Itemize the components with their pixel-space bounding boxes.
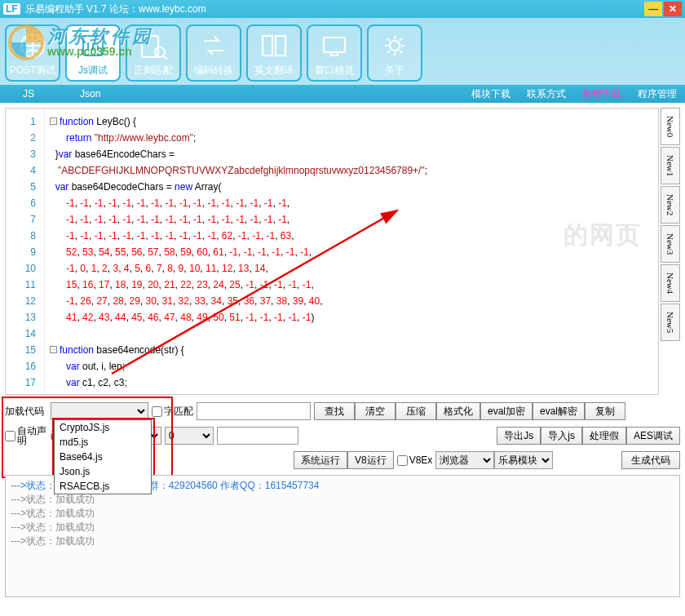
btn-r1-6[interactable]: 复制 [585, 402, 625, 420]
tab-bar: JSJson 模块下载联系方式教程下载程序管理 [0, 85, 685, 103]
btn-r1-4[interactable]: eval加密 [480, 402, 533, 420]
tab-js[interactable]: JS [0, 88, 57, 100]
svg-rect-5 [276, 36, 285, 55]
toolbar: POST测试Js调试正则匹配编码转换英文翻译窗口精灵关于 [0, 18, 685, 85]
load-code-label: 加载代码 [5, 405, 47, 419]
btn-r1-2[interactable]: 压缩 [396, 402, 436, 420]
load-code-dropdown[interactable]: CryptoJS.jsmd5.jsBase64.jsJson.jsRSAECB.… [54, 419, 152, 494]
sidetab-new3[interactable]: New3 [661, 225, 680, 263]
log-line: --->状态：加载成功 [11, 493, 674, 507]
tool-window-sprite[interactable]: 窗口精灵 [307, 24, 362, 82]
tool-js-debug[interactable]: Js调试 [65, 24, 121, 82]
link-1[interactable]: 联系方式 [519, 88, 574, 100]
code-content[interactable]: -function LeyBc() { return "http://www.l… [45, 109, 658, 394]
btn-r3l-1[interactable]: V8运行 [347, 451, 394, 469]
tool-post-test[interactable]: POST测试 [5, 24, 60, 82]
sel-r3-1[interactable]: 乐易模块 [494, 451, 553, 469]
tab-json[interactable]: Json [57, 88, 123, 100]
tool-encode-convert[interactable]: 编码转换 [186, 24, 241, 82]
dropdown-item-1[interactable]: md5.js [55, 435, 151, 450]
close-button[interactable]: ✕ [664, 2, 682, 16]
sidetab-new5[interactable]: New5 [661, 304, 680, 341]
tool-en-translate[interactable]: 英文翻译 [246, 24, 302, 82]
search-input[interactable] [197, 402, 311, 420]
dropdown-item-3[interactable]: Json.js [55, 464, 151, 479]
sel-r3-0[interactable]: 浏览器 [435, 451, 494, 469]
char-match-checkbox[interactable]: 字匹配 [152, 405, 193, 419]
link-0[interactable]: 模块下载 [463, 88, 519, 100]
log-line: --->状态：加载成功 [11, 507, 674, 521]
sidetab-new4[interactable]: New4 [661, 264, 680, 302]
tool-regex-match[interactable]: 正则匹配 [126, 24, 181, 82]
link-2[interactable]: 教程下载 [574, 88, 630, 100]
btn-r3l-0[interactable]: 系统运行 [294, 451, 347, 469]
tool-about[interactable]: 关于 [367, 24, 422, 82]
btn-r2-3[interactable]: AES调试 [626, 427, 680, 445]
btn-r1-0[interactable]: 查找 [314, 402, 355, 420]
btn-r2-1[interactable]: 导入js [541, 427, 582, 445]
dropdown-item-4[interactable]: RSAECB.js [55, 479, 151, 494]
svg-rect-4 [263, 36, 272, 55]
dropdown-item-2[interactable]: Base64.js [55, 450, 151, 464]
btn-r2-2[interactable]: 处理假 [582, 427, 626, 445]
dropdown-item-0[interactable]: CryptoJS.js [55, 420, 151, 435]
control-panel: 加载代码 字匹配 查找清空压缩格式化eval加密eval解密复制 自动声明 函 … [5, 401, 680, 470]
titlebar: LF 乐易编程助手 V1.7 论坛：www.leybc.com — ✕ [0, 0, 685, 18]
window-title: 乐易编程助手 V1.7 论坛：www.leybc.com [25, 2, 643, 16]
load-code-select[interactable] [51, 402, 148, 420]
log-line: --->状态：加载成功 [11, 521, 674, 534]
svg-rect-6 [324, 38, 345, 52]
zero-select[interactable]: 0 [165, 427, 214, 445]
link-3[interactable]: 程序管理 [630, 88, 685, 100]
btn-r2-0[interactable]: 导出Js [497, 427, 541, 445]
side-tabs: New0New1New2New3New4New5 [661, 108, 680, 395]
sidetab-new0[interactable]: New0 [661, 108, 680, 145]
btn-r1-3[interactable]: 格式化 [436, 402, 480, 420]
btn-r1-5[interactable]: eval解密 [533, 402, 585, 420]
svg-point-7 [390, 41, 400, 51]
minimize-button[interactable]: — [644, 2, 662, 16]
log-line: --->状态：加载成功 [11, 534, 674, 548]
app-icon: LF [3, 3, 20, 15]
sidetab-new2[interactable]: New2 [661, 186, 680, 224]
code-editor[interactable]: 1 2 3 4 5 6 7 8 9 10 11 12 13 14 15 16 1… [5, 108, 659, 395]
r2-input[interactable] [217, 427, 298, 445]
gen-code-button[interactable]: 生成代码 [621, 451, 680, 469]
sidetab-new1[interactable]: New1 [661, 147, 680, 184]
auto-decl-checkbox[interactable]: 自动声明 [5, 426, 47, 445]
line-gutter: 1 2 3 4 5 6 7 8 9 10 11 12 13 14 15 16 1… [6, 109, 45, 394]
v8ex-checkbox[interactable]: V8Ex [397, 454, 433, 466]
btn-r1-1[interactable]: 清空 [355, 402, 396, 420]
